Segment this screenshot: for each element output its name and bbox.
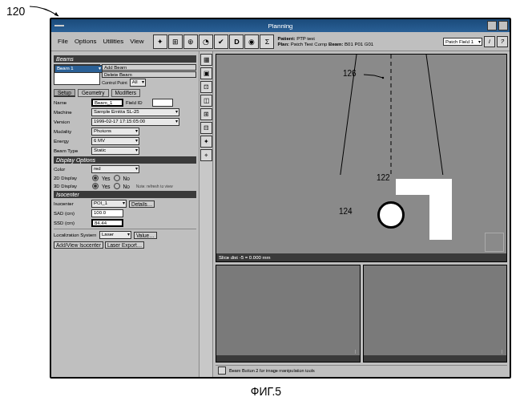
delete-beam-button[interactable]: Delete Beam [102,71,196,78]
menu-options[interactable]: Options [73,36,99,47]
field-selector[interactable]: Patch Field 1 [443,38,482,46]
sad-input[interactable]: 100.0 [91,209,123,217]
display2d-yes[interactable] [92,175,99,181]
thumbnail-view-1[interactable]: — [216,265,361,363]
energy-select[interactable]: 6 MV [91,137,139,145]
toolbar: ✦ ⊞ ⊕ ◔ ✔ D ◉ Σ [153,34,274,49]
status-bar: Beam Button 2 for image manipulation too… [216,365,507,375]
toolbar-icon-5[interactable]: ✔ [214,34,228,49]
strip-tool-8[interactable]: ⌖ [200,149,212,161]
add-beam-button[interactable]: Add Beam [102,64,196,71]
display2d-no[interactable] [114,175,120,181]
tab-geometry[interactable]: Geometry [78,89,109,97]
strip-tool-5[interactable]: ⊞ [200,108,212,120]
main-viewport[interactable]: 126 122 124 Slice dist -5 = 0.000 mm [216,54,507,262]
tumor-circle [377,201,405,229]
tab-setup[interactable]: Setup [54,89,75,97]
isocenter-select[interactable]: POI_1 [91,200,127,208]
strip-tool-3[interactable]: ⊡ [200,81,212,93]
tab-modifiers[interactable]: Modifiers [111,89,140,97]
title-bar: Planning [51,19,510,32]
svg-point-3 [382,77,384,79]
left-panel: Beams Beam 1 Add Beam Delete Beam Contro… [51,51,199,377]
control-point-select[interactable]: All [130,79,147,87]
toolbar-icon-4[interactable]: ◔ [199,34,213,49]
beam-overlay [216,55,457,175]
thumbnail-view-2[interactable]: — [363,265,508,363]
toolbar-icon-8[interactable]: Σ [260,34,274,49]
block-shape-vert [429,195,452,240]
laser-export-button[interactable]: Laser Export… [105,241,144,249]
toolbar-icon-3[interactable]: ⊕ [183,34,198,49]
menu-bar: File Options Utilities View ✦ ⊞ ⊕ ◔ ✔ D … [51,32,510,51]
info-icon[interactable]: i [484,36,495,47]
sys-menu-icon[interactable] [54,25,64,26]
block-shape-horiz [396,179,452,195]
isocenter-panel-header: Isocenter [54,191,196,198]
status-icon[interactable] [218,367,226,375]
minimize-button[interactable] [487,21,497,30]
field-id-input[interactable] [152,99,173,107]
value-button[interactable]: Value… [134,232,157,239]
annotation-124: 124 [339,207,353,216]
vertical-toolstrip: ▦ ▣ ⊡ ◫ ⊞ ⊟ ✦ ⌖ [199,51,213,377]
strip-tool-2[interactable]: ▣ [200,67,212,79]
toolbar-icon-2[interactable]: ⊞ [168,34,183,49]
modality-select[interactable]: Photons [91,128,139,136]
strip-tool-1[interactable]: ▦ [200,54,212,66]
menu-view[interactable]: View [128,36,145,47]
app-window: Planning File Options Utilities View ✦ ⊞… [50,18,511,379]
maximize-button[interactable] [498,21,508,30]
status-text: Beam Button 2 for image manipulation too… [229,368,315,373]
ssd-input[interactable]: 84.44 [91,219,123,227]
help-icon[interactable]: ? [497,36,508,47]
display3d-yes[interactable] [92,183,99,189]
name-input[interactable]: Beam_1 [91,99,123,107]
strip-tool-6[interactable]: ⊟ [200,122,212,134]
annotation-126: 126 [343,69,357,78]
strip-tool-4[interactable]: ◫ [200,95,212,107]
window-title: Planning [268,22,292,30]
patient-plan-info: Patient: PTP test Plan: Patch Test Comp … [277,36,441,47]
menu-file[interactable]: File [56,36,70,47]
version-select[interactable]: 1999-02-17 17:15:05:00 [91,118,179,126]
loc-system-select[interactable]: Laser [99,231,131,239]
orientation-cube [485,233,504,252]
toolbar-icon-1[interactable]: ✦ [153,34,167,49]
main-view-footer: Slice dist -5 = 0.000 mm [216,253,506,261]
details-button[interactable]: Details… [129,200,155,208]
toolbar-icon-7[interactable]: ◉ [244,34,259,49]
machine-select[interactable]: Sample Emitta SL-25 [91,108,179,116]
beam-list[interactable]: Beam 1 [54,64,100,85]
beam-type-select[interactable]: Static [91,147,139,155]
beams-panel-header: Beams [54,55,196,63]
toolbar-icon-6[interactable]: D [229,34,244,49]
color-select[interactable]: red [91,165,139,173]
annotation-122: 122 [377,173,390,182]
menu-utilities[interactable]: Utilities [101,36,125,47]
add-isocenter-button[interactable]: Add/View Isocenter [54,241,103,249]
svg-line-1 [426,55,455,175]
display3d-no[interactable] [114,183,120,189]
figure-caption: ФИГ.5 [251,385,281,398]
display-panel-header: Display Options [54,156,196,164]
strip-tool-7[interactable]: ✦ [200,136,212,148]
